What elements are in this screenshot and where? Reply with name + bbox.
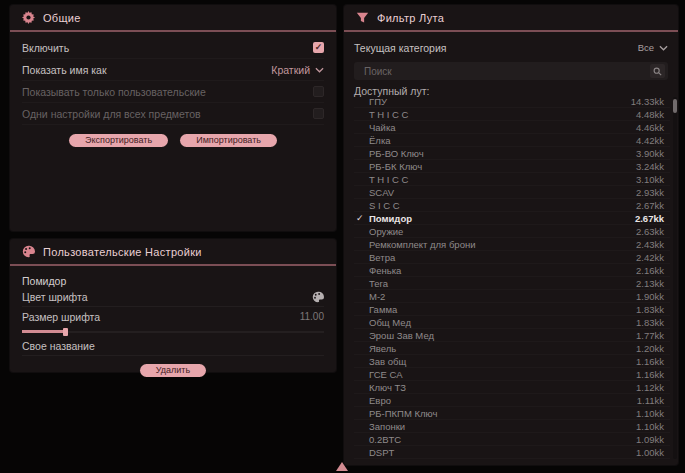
loot-list-item[interactable]: ✓ S I C C 2.67kk xyxy=(354,199,670,212)
loot-item-value: 1.00kk xyxy=(636,447,664,458)
loot-item-name: Чайка xyxy=(369,122,396,133)
loot-list-item[interactable]: ✓ РБ-ВО Ключ 3.90kk xyxy=(354,147,670,160)
loot-list-item[interactable]: ✓ Ключ ТЗ 1.12kk xyxy=(354,381,670,394)
loot-item-name: Гамма xyxy=(369,304,397,315)
search-input[interactable] xyxy=(362,65,650,78)
chevron-down-icon xyxy=(659,45,668,51)
loot-list-item[interactable]: ✓ Эрош Зав Мед 1.77kk xyxy=(354,329,670,342)
loot-list-item[interactable]: ✓ Ёлка 4.42kk xyxy=(354,134,670,147)
font-size-row: Размер шрифта 11.00 xyxy=(22,307,324,326)
loot-list: ✓ ГПУ 14.33kk ✓ T H I C C 4.48kk ✓ Чайка… xyxy=(354,95,670,462)
loot-list-item[interactable]: ✓ Фенька 2.16kk xyxy=(354,264,670,277)
slider-handle[interactable] xyxy=(63,328,68,336)
category-select[interactable]: Все xyxy=(638,42,668,53)
loot-list-item[interactable]: ✓ Зав общ 1.16kk xyxy=(354,355,670,368)
loot-list-item[interactable]: ✓ РБ-ПКПМ Ключ 1.10kk xyxy=(354,407,670,420)
loot-item-value: 14.33kk xyxy=(631,96,664,107)
scrollbar-handle[interactable] xyxy=(673,99,677,113)
palette-icon xyxy=(22,245,35,258)
enable-checkbox[interactable]: ✓ xyxy=(313,42,324,53)
loot-list-item[interactable]: ✓ Явель 1.20kk xyxy=(354,342,670,355)
loot-item-value: 2.67kk xyxy=(636,200,664,211)
custom-settings-title: Пользовательские Настройки xyxy=(43,246,202,258)
loot-item-value: 3.24kk xyxy=(636,161,664,172)
delete-button[interactable]: Удалить xyxy=(140,364,206,377)
loot-item-name: ГПУ xyxy=(369,96,387,107)
font-size-value: 11.00 xyxy=(300,311,324,322)
loot-item-value: 1.83kk xyxy=(636,304,664,315)
loot-list-item[interactable]: ✓ SCAV 2.93kk xyxy=(354,186,670,199)
loot-item-value: 2.63kk xyxy=(636,226,664,237)
loot-item-name: Евро xyxy=(369,395,391,406)
font-size-slider[interactable] xyxy=(22,327,324,336)
same-settings-checkbox[interactable] xyxy=(313,108,324,119)
loot-item-value: 2.42kk xyxy=(636,252,664,263)
loot-item-name: Запонки xyxy=(369,421,405,432)
loot-list-item[interactable]: ✓ Ветра 2.42kk xyxy=(354,251,670,264)
only-custom-checkbox[interactable] xyxy=(313,86,324,97)
setting-row-only-custom: Показывать только пользовательские xyxy=(22,81,324,103)
loot-list-item[interactable]: ✓ М-2 1.90kk xyxy=(354,290,670,303)
enable-label: Включить xyxy=(22,42,69,54)
loot-item-name: 0.2BTC xyxy=(369,434,401,445)
font-color-label: Цвет шрифта xyxy=(22,291,88,303)
loot-filter-panel: Фильтр Лута Текущая категория Все Доступ… xyxy=(344,5,678,465)
loot-list-item[interactable]: ✓ Запонки 1.10kk xyxy=(354,420,670,433)
loot-filter-header: Фильтр Лута xyxy=(344,5,678,32)
selected-item-name: Помидор xyxy=(22,275,324,287)
loot-item-value: 4.46kk xyxy=(636,122,664,133)
loot-item-name: Ключ ТЗ xyxy=(369,382,406,393)
loot-item-name: Зав общ xyxy=(369,356,406,367)
loot-item-name: ГСЕ СА xyxy=(369,369,403,380)
loot-list-item[interactable]: ✓ Общ Мед 1.83kk xyxy=(354,316,670,329)
show-name-as-label: Показать имя как xyxy=(22,64,107,76)
loot-list-item[interactable]: ✓ Гамма 1.83kk xyxy=(354,303,670,316)
loot-list-item[interactable]: ✓ DSPT 1.00kk xyxy=(354,446,670,459)
loot-item-value: 4.48kk xyxy=(636,109,664,120)
loot-list-item[interactable]: ✓ Чайка 4.46kk xyxy=(354,121,670,134)
loot-list-item[interactable]: ✓ Тега 2.13kk xyxy=(354,277,670,290)
loot-list-item[interactable]: ✓ T H I C C 4.48kk xyxy=(354,108,670,121)
loot-item-value: 1.10kk xyxy=(636,408,664,419)
loot-list-item[interactable]: ✓ T H I C C 3.10kk xyxy=(354,173,670,186)
category-label: Текущая категория xyxy=(354,42,447,54)
loot-list-item[interactable]: ✓ Оружие 2.63kk xyxy=(354,225,670,238)
loot-item-value: 3.10kk xyxy=(636,174,664,185)
loot-item-value: 1.16kk xyxy=(636,356,664,367)
loot-item-name: S I C C xyxy=(369,200,400,211)
search-box xyxy=(354,62,668,80)
loot-item-value: 4.42kk xyxy=(636,135,664,146)
search-icon[interactable] xyxy=(650,64,665,78)
loot-item-name: T H I C C xyxy=(369,174,408,185)
loot-filter-title: Фильтр Лута xyxy=(377,12,444,24)
loot-item-value: 2.43kk xyxy=(636,239,664,250)
color-picker-icon[interactable] xyxy=(312,291,324,303)
font-color-row: Цвет шрифта xyxy=(22,287,324,307)
loot-list-item[interactable]: ✓ ГПУ 14.33kk xyxy=(354,95,670,108)
gear-icon xyxy=(22,11,35,24)
setting-row-enable: Включить ✓ xyxy=(22,37,324,59)
loot-item-value: 1.77kk xyxy=(636,330,664,341)
loot-item-name: Общ Мед xyxy=(369,317,411,328)
custom-name-input[interactable] xyxy=(105,339,324,352)
loot-list-item[interactable]: ✓ РБ-БК Ключ 3.24kk xyxy=(354,160,670,173)
loot-item-name: РБ-ВО Ключ xyxy=(369,148,424,159)
loot-item-name: Ремкомплект для брони xyxy=(369,239,475,250)
loot-item-value: 2.93kk xyxy=(636,187,664,198)
setting-row-same-settings: Одни настройки для всех предметов xyxy=(22,103,324,125)
loot-list-item[interactable]: ✓ 0.2BTC 1.09kk xyxy=(354,433,670,446)
loot-list-item[interactable]: ✓ Евро 1.11kk xyxy=(354,394,670,407)
loot-list-item[interactable]: ✓ Помидор 2.67kk xyxy=(354,212,670,225)
loot-list-item[interactable]: ✓ Ремкомплект для брони 2.43kk xyxy=(354,238,670,251)
show-name-as-select[interactable]: Краткий xyxy=(271,64,324,76)
loot-item-name: DSPT xyxy=(369,447,394,458)
loot-item-name: Ветра xyxy=(369,252,395,263)
loot-item-value: 3.90kk xyxy=(636,148,664,159)
menu-collapse-arrow-icon[interactable] xyxy=(336,462,348,471)
export-button[interactable]: Экспортировать xyxy=(69,134,168,147)
general-panel-title: Общие xyxy=(43,12,81,24)
import-button[interactable]: Импортировать xyxy=(180,134,277,147)
loot-item-value: 1.11kk xyxy=(637,395,664,406)
loot-list-scrollbar[interactable] xyxy=(673,97,677,459)
loot-list-item[interactable]: ✓ ГСЕ СА 1.16kk xyxy=(354,368,670,381)
